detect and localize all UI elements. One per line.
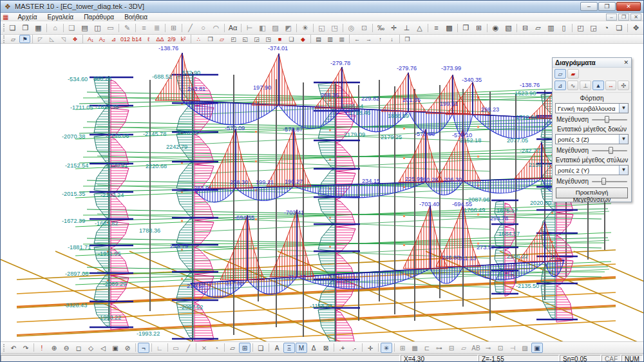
case-1-icon[interactable]: ◰ [228,35,239,43]
protractor-icon[interactable]: ◔ [211,343,222,353]
mdi-minimize-button[interactable]: – [606,14,617,21]
table-results-icon[interactable]: ▤ [313,35,324,43]
page-setup-icon[interactable]: ▭ [104,22,117,33]
toolbar-grip[interactable] [3,344,6,352]
measure-icon[interactable]: ✕ [198,343,210,353]
circle-icon[interactable]: ○ [197,22,209,33]
chevron-down-icon[interactable]: ▼ [619,104,628,113]
select-outline-icon[interactable]: ▱ [8,35,19,43]
pen-level-icon[interactable]: ℓ [143,35,154,43]
menu-windows[interactable]: Παράθυρα [79,14,119,21]
hatch-snap-icon[interactable]: ▨ [519,343,531,353]
pan-right-icon[interactable]: → [363,35,374,43]
label-x-icon[interactable]: ⊠ [320,343,332,353]
red-plane-icon[interactable]: ▱ [216,35,227,43]
menu-files[interactable]: Αρχεία [12,14,42,21]
point-remove-icon[interactable]: .- [348,343,360,353]
table-report-icon[interactable]: ▥ [325,35,336,43]
center-snap-icon[interactable]: ⊡ [495,343,506,353]
section-icon[interactable]: ⊟ [519,22,531,33]
snap-settings-icon[interactable]: ▣ [531,343,543,353]
nearest-icon[interactable]: ⊟ [446,343,457,353]
notes-icon[interactable]: ❏ [613,22,625,33]
label-a-icon[interactable]: A [271,343,283,353]
calculator-icon[interactable]: ▩ [443,22,455,33]
close-button[interactable]: ✕ [616,2,641,11]
slider-thumb[interactable] [605,116,609,123]
new-icon[interactable]: ❏ [6,22,19,33]
beam-moment-icon[interactable]: ⊿ [554,81,566,90]
toolbar-grip[interactable] [3,35,6,43]
grid-icon[interactable]: ⊞ [167,22,180,33]
beam-axial-icon[interactable]: ⊥ [580,81,591,90]
warning-icon[interactable]: ! [36,343,48,353]
zoom-out-icon[interactable]: ⊖ [61,343,72,353]
ratio-icon[interactable]: 2/9 [166,35,177,43]
vector-icon[interactable]: k² [178,35,189,43]
node-snap-icon[interactable]: ⊸ [482,343,494,353]
delta-pair-icon[interactable]: ΔΔ [155,35,166,43]
case-4-icon[interactable]: ◳ [263,35,274,43]
region-icon[interactable]: ◩ [282,22,294,33]
capture-icon[interactable]: ⊡ [358,22,370,33]
parallel-icon[interactable]: ▱ [458,343,469,353]
default-magnifications-button[interactable]: Προεπιλογή Μεγεθύνσεων [556,187,628,198]
print-icon[interactable]: ▤ [79,22,91,33]
load-case-combo[interactable]: Γενική περιβάλλουσα ▼ [555,103,629,113]
dim-b14-icon[interactable]: b14 [131,35,142,43]
units-icon[interactable]: ‰ [375,22,387,33]
copy-view-icon[interactable]: ❑ [255,343,267,353]
sketch-icon[interactable]: ✎ [121,22,133,33]
perp-snap-icon[interactable]: ⊣ [507,343,518,353]
mesh-icon[interactable]: ▧ [502,22,515,33]
edit-list-icon[interactable]: ≣ [151,22,163,33]
menu-help[interactable]: Βοήθεια [119,14,153,21]
drawing-area[interactable]: -138.76-374.01-279.78-279.76-373.99-340.… [1,44,643,341]
loads-icon[interactable]: △ [413,22,426,33]
beam-shear-icon[interactable]: ∿ [567,81,579,90]
table-mode-icon[interactable]: ⊞ [239,343,251,353]
copy-icon[interactable]: ❑ [66,22,78,33]
supports-icon[interactable]: ⊥ [401,22,413,33]
column-icon[interactable]: ▯ [558,22,570,33]
redo-icon[interactable]: ↷ [20,343,32,353]
zoom-dynamic-icon[interactable]: ◇ [85,343,97,353]
zoom-previous-icon[interactable]: ◁ [97,343,109,353]
diagrams-mode-icon[interactable]: ⚑ [19,35,30,43]
elements-icon[interactable]: ◧ [256,22,269,33]
zoom-window-icon[interactable]: ◻ [73,343,84,353]
triad-icon[interactable]: ∴ [193,35,204,43]
diagram-options-icon[interactable]: ✣ [618,81,629,90]
combine-icon[interactable]: ⊞ [473,22,485,33]
cube-view-icon[interactable]: ◆ [298,35,308,43]
view-side-icon[interactable]: ◺ [46,35,57,43]
point-add-icon[interactable]: .+ [336,343,348,353]
toolbar-grip[interactable] [3,24,5,32]
pan-up-icon[interactable]: ↑ [375,35,386,43]
tools-icon[interactable]: ✳ [299,22,311,33]
glass-view-icon[interactable]: ❏ [286,35,297,43]
box-3d-icon[interactable]: ❒ [205,35,216,43]
midpoint-icon[interactable]: ⊶ [433,343,445,353]
table-export-icon[interactable]: ▦ [336,35,347,43]
label-xi-icon[interactable]: Ξ [283,343,295,353]
axis-force-icon[interactable]: ⊿ [108,35,119,43]
assign-icon[interactable]: ≡ [430,22,442,33]
axial-arrows-icon[interactable]: ↔ [605,81,617,90]
grid-snap-icon[interactable]: ⊞ [397,343,408,353]
dim-012-icon[interactable]: 012 [120,35,131,43]
pan-down-icon[interactable]: ↓ [386,35,397,43]
insert-list-icon[interactable]: ≡ [138,22,150,33]
pan-left-icon[interactable]: ← [352,35,363,43]
chevron-down-icon[interactable]: ▼ [619,166,628,175]
mdi-restore-button[interactable]: ❐ [618,14,629,21]
chevron-down-icon[interactable]: ▼ [619,135,628,144]
title-bar[interactable]: ❖ MASTER 10 - [EC_tower_diag.tek - 3DV] … [1,1,643,13]
wall-icon[interactable]: ▥ [545,22,557,33]
case-3-icon[interactable]: ◲ [251,35,262,43]
ortho-icon[interactable]: ▩ [409,343,421,353]
node-force-icon[interactable]: A₂ [97,35,108,43]
line-icon[interactable]: ╱ [184,22,196,33]
recent-view-icon[interactable]: ❐ [402,35,413,43]
preview-3d-icon[interactable]: ◎ [345,22,357,33]
